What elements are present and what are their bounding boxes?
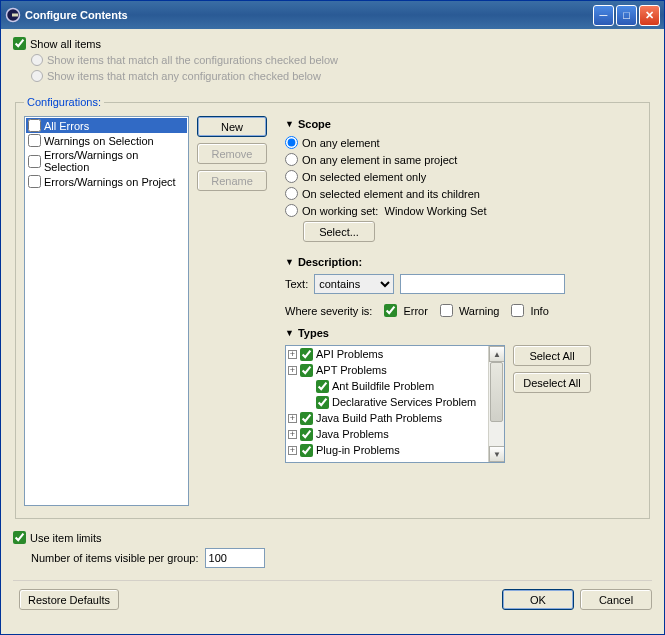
ok-button[interactable]: OK bbox=[502, 589, 574, 610]
configurations-list[interactable]: All Errors Warnings on Selection Errors/… bbox=[24, 116, 189, 506]
scope-selected-children-radio[interactable]: On selected element and its children bbox=[285, 187, 641, 200]
tree-item[interactable]: +APT Problems bbox=[286, 362, 504, 378]
svg-rect-1 bbox=[12, 14, 18, 17]
radio-icon bbox=[31, 70, 43, 82]
match-any-radio: Show items that match any configuration … bbox=[31, 70, 652, 82]
expand-icon[interactable]: + bbox=[288, 350, 297, 359]
tree-item[interactable]: +Java Build Path Problems bbox=[286, 410, 504, 426]
scroll-down-icon[interactable]: ▼ bbox=[489, 446, 505, 462]
scope-same-project-radio[interactable]: On any element in same project bbox=[285, 153, 641, 166]
expand-icon[interactable]: + bbox=[288, 414, 297, 423]
tree-item[interactable]: +Plug-in Problems bbox=[286, 442, 504, 458]
cancel-button[interactable]: Cancel bbox=[580, 589, 652, 610]
close-button[interactable]: ✕ bbox=[639, 5, 660, 26]
scope-working-set-radio[interactable]: On working set: Window Working Set bbox=[285, 204, 641, 217]
items-per-group-input[interactable] bbox=[205, 548, 265, 568]
types-header[interactable]: ▼Types bbox=[285, 327, 641, 339]
tree-item[interactable]: Declarative Services Problem bbox=[286, 394, 504, 410]
remove-button: Remove bbox=[197, 143, 267, 164]
tree-item[interactable]: +Java Problems bbox=[286, 426, 504, 442]
match-all-radio: Show items that match all the configurat… bbox=[31, 54, 652, 66]
titlebar[interactable]: Configure Contents ─ □ ✕ bbox=[1, 1, 664, 29]
scroll-up-icon[interactable]: ▲ bbox=[489, 346, 505, 362]
use-item-limits-checkbox[interactable]: Use item limits bbox=[13, 531, 102, 544]
description-header[interactable]: ▼Description: bbox=[285, 256, 641, 268]
select-working-set-button[interactable]: Select... bbox=[303, 221, 375, 242]
expand-icon[interactable]: + bbox=[288, 446, 297, 455]
severity-error-checkbox[interactable]: Error bbox=[384, 304, 427, 317]
severity-warning-checkbox[interactable]: Warning bbox=[440, 304, 500, 317]
severity-info-checkbox[interactable]: Info bbox=[511, 304, 548, 317]
tree-item[interactable]: Ant Buildfile Problem bbox=[286, 378, 504, 394]
types-tree[interactable]: +API Problems +APT Problems Ant Buildfil… bbox=[285, 345, 505, 463]
disclose-icon: ▼ bbox=[285, 328, 294, 338]
radio-icon bbox=[31, 54, 43, 66]
restore-defaults-button[interactable]: Restore Defaults bbox=[19, 589, 119, 610]
config-item[interactable]: All Errors bbox=[26, 118, 187, 133]
config-item[interactable]: Warnings on Selection bbox=[26, 133, 187, 148]
tree-item[interactable]: +API Problems bbox=[286, 346, 504, 362]
deselect-all-button[interactable]: Deselect All bbox=[513, 372, 591, 393]
expand-icon[interactable]: + bbox=[288, 366, 297, 375]
maximize-button[interactable]: □ bbox=[616, 5, 637, 26]
new-button[interactable]: New bbox=[197, 116, 267, 137]
rename-button: Rename bbox=[197, 170, 267, 191]
items-per-group-label: Number of items visible per group: bbox=[31, 552, 199, 564]
disclose-icon: ▼ bbox=[285, 257, 294, 267]
text-label: Text: bbox=[285, 278, 308, 290]
minimize-button[interactable]: ─ bbox=[593, 5, 614, 26]
expand-icon[interactable]: + bbox=[288, 430, 297, 439]
text-match-select[interactable]: contains bbox=[314, 274, 394, 294]
scope-any-element-radio[interactable]: On any element bbox=[285, 136, 641, 149]
scope-header[interactable]: ▼Scope bbox=[285, 118, 641, 130]
severity-label: Where severity is: bbox=[285, 305, 372, 317]
scope-selected-only-radio[interactable]: On selected element only bbox=[285, 170, 641, 183]
config-item[interactable]: Errors/Warnings on Project bbox=[26, 174, 187, 189]
select-all-button[interactable]: Select All bbox=[513, 345, 591, 366]
config-item[interactable]: Errors/Warnings on Selection bbox=[26, 148, 187, 174]
app-icon bbox=[5, 7, 21, 23]
show-all-items-checkbox[interactable]: Show all items bbox=[13, 37, 652, 50]
window-title: Configure Contents bbox=[25, 9, 593, 21]
scroll-thumb[interactable] bbox=[490, 362, 503, 422]
text-filter-input[interactable] bbox=[400, 274, 565, 294]
scrollbar[interactable]: ▲ ▼ bbox=[488, 346, 504, 462]
disclose-icon: ▼ bbox=[285, 119, 294, 129]
configurations-legend: Configurations: bbox=[24, 96, 104, 108]
configurations-group: Configurations: All Errors Warnings on S… bbox=[15, 96, 650, 519]
dialog-window: Configure Contents ─ □ ✕ Show all items … bbox=[0, 0, 665, 635]
